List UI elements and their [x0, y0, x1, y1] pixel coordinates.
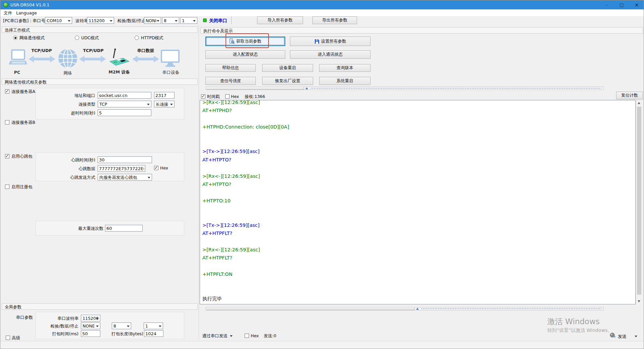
- parity-select[interactable]: NONI: [144, 17, 161, 24]
- scrollbar-thumb[interactable]: [206, 87, 304, 90]
- scroll-down-icon[interactable]: [638, 300, 640, 302]
- menu-language[interactable]: Language: [16, 10, 37, 15]
- baud-select[interactable]: 115200: [87, 17, 114, 24]
- radio-udc-mode[interactable]: [75, 36, 79, 40]
- link2-label: TCP/UDP: [80, 48, 107, 53]
- stopbits-select[interactable]: 1: [180, 17, 197, 24]
- heartbeat-checkbox[interactable]: [5, 154, 9, 158]
- scrollbar-thumb[interactable]: [206, 307, 415, 310]
- bottom-strip: [0, 341, 644, 349]
- pack-time-input[interactable]: [81, 330, 100, 337]
- conn-mode-value: 长连接: [156, 102, 168, 107]
- server-addr-input[interactable]: [98, 92, 151, 99]
- chevron-down-icon: [230, 335, 233, 337]
- chevron-down-icon: [148, 177, 150, 179]
- server-b-checkbox[interactable]: [5, 120, 9, 124]
- conn-type-select[interactable]: TCP: [98, 101, 151, 107]
- hb-data-input[interactable]: [98, 165, 145, 172]
- scroll-up-icon[interactable]: [638, 102, 640, 104]
- hb-data-label: 心跳数据: [51, 166, 95, 172]
- export-all-params-button[interactable]: 导出所有参数: [312, 16, 357, 24]
- log-vertical-scrollbar[interactable]: [636, 100, 642, 304]
- g-databits-value: 8: [113, 323, 116, 329]
- log-line: [202, 262, 635, 270]
- g-parity-select[interactable]: NONE: [81, 322, 100, 329]
- link3-label: 串口数据: [132, 48, 159, 54]
- pc-laptop-icon: [8, 49, 27, 68]
- log-output[interactable]: >[Rx<-][12:26:59][asc] AT+HTPHD? +HTPHD:…: [200, 100, 636, 304]
- framing-label: 检验/数据/停止: [117, 18, 145, 24]
- radio-httpd-mode[interactable]: [135, 36, 139, 40]
- timestamp-label: 时间戳: [207, 94, 220, 100]
- send-hex-checkbox[interactable]: [245, 334, 249, 338]
- window-title: USR-DR504 V1.0.1: [10, 2, 49, 7]
- device-reboot-button[interactable]: 设备重启: [262, 64, 313, 72]
- enter-comm-button[interactable]: 进入通讯状态: [290, 50, 370, 59]
- app-window: USR-DR504 V1.0.1 – □ × 文件 Language [PC串口…: [0, 0, 644, 349]
- reconnect-input[interactable]: [105, 225, 143, 232]
- com-port-select[interactable]: COM10: [45, 17, 72, 24]
- timestamp-checkbox[interactable]: [201, 94, 205, 99]
- title-bar: USR-DR504 V1.0.1 – □ ×: [0, 0, 644, 9]
- log-lines: >[Rx<-][12:26:59][asc] AT+HTPHD? +HTPHD:…: [202, 100, 635, 303]
- log-top-scrollbar[interactable]: [206, 87, 604, 90]
- advanced-label: 高级: [12, 335, 20, 341]
- radio-transparent-mode[interactable]: [13, 36, 17, 40]
- log-line: [202, 164, 635, 172]
- get-current-params-button[interactable]: 获取当前参数: [205, 37, 285, 46]
- hb-time-input[interactable]: [98, 156, 152, 163]
- register-checkbox[interactable]: [5, 185, 9, 189]
- g-stopbits-select[interactable]: 1: [144, 322, 163, 329]
- system-reboot-button[interactable]: 系统重启: [319, 77, 370, 85]
- log-line: AT+HTPFLT?: [202, 229, 635, 237]
- chevron-down-icon: [68, 20, 70, 22]
- chevron-down-icon: [127, 326, 130, 327]
- set-all-params-button[interactable]: 设置所有参数: [290, 37, 370, 46]
- send-via-serial-dropdown[interactable]: 通过串口发送: [202, 333, 228, 339]
- stopbits-value: 1: [182, 18, 185, 23]
- app-logo-icon: [3, 2, 8, 7]
- scrollbar-thumb[interactable]: [637, 107, 641, 295]
- toolbar: [PC串口参数]：串口号 COM10 波特率 115200 检验/数据/停止 N…: [0, 16, 644, 24]
- reconnect-label: 最大重连次数: [66, 226, 103, 232]
- minimize-button[interactable]: –: [599, 0, 614, 9]
- log-line: >[Rx<-][12:26:59][asc]: [202, 246, 635, 254]
- databits-select[interactable]: 8: [162, 17, 179, 24]
- hb-hex-checkbox[interactable]: [154, 166, 158, 170]
- chevron-down-icon: [635, 336, 637, 337]
- send-button[interactable]: 发送: [618, 334, 627, 340]
- chevron-down-icon: [170, 104, 173, 105]
- g-framing-label: 检验/数据/停止: [45, 323, 79, 329]
- close-button[interactable]: ×: [629, 0, 644, 9]
- windows-activation-watermark-sub: 转到“设置”以激活 Windows。: [547, 328, 612, 334]
- log-hex-checkbox[interactable]: [225, 94, 230, 99]
- log-line: [202, 205, 635, 213]
- timeout-input[interactable]: [98, 109, 151, 116]
- server-a-checkbox[interactable]: [5, 89, 9, 94]
- menu-file[interactable]: 文件: [4, 10, 12, 16]
- log-hex-label: Hex: [231, 94, 239, 99]
- sent-count: 发送:0: [264, 333, 276, 339]
- reset-count-button[interactable]: 复位计数: [616, 92, 643, 99]
- log-line: AT+HTPFLT?: [202, 254, 635, 262]
- g-baud-select[interactable]: 115200: [81, 315, 100, 321]
- scroll-marker-icon: [416, 308, 419, 310]
- close-serial-button[interactable]: 关闭串口: [209, 18, 227, 24]
- log-bottom-scrollbar[interactable]: [206, 307, 604, 310]
- pack-len-label: 打包长度(Bytes): [111, 331, 143, 337]
- conn-type-label: 连接类型: [51, 102, 95, 107]
- maximize-button[interactable]: □: [614, 0, 629, 9]
- conn-mode-select[interactable]: 长连接: [154, 101, 175, 107]
- help-info-button[interactable]: 帮助信息: [205, 64, 256, 72]
- enter-config-button[interactable]: 进入配置状态: [205, 50, 285, 59]
- pack-len-input[interactable]: [144, 330, 163, 337]
- signal-strength-button[interactable]: 查信号强度: [205, 77, 256, 85]
- server-port-input[interactable]: [154, 92, 175, 99]
- query-version-button[interactable]: 查询版本: [319, 64, 370, 72]
- log-line: [202, 213, 635, 221]
- hb-mode-select[interactable]: 向服务器发送心跳包: [98, 174, 152, 181]
- import-all-params-button[interactable]: 导入所有参数: [257, 16, 303, 24]
- factory-reset-button[interactable]: 恢复出厂设置: [262, 77, 313, 85]
- advanced-checkbox[interactable]: [6, 336, 10, 340]
- g-databits-select[interactable]: 8: [112, 322, 131, 329]
